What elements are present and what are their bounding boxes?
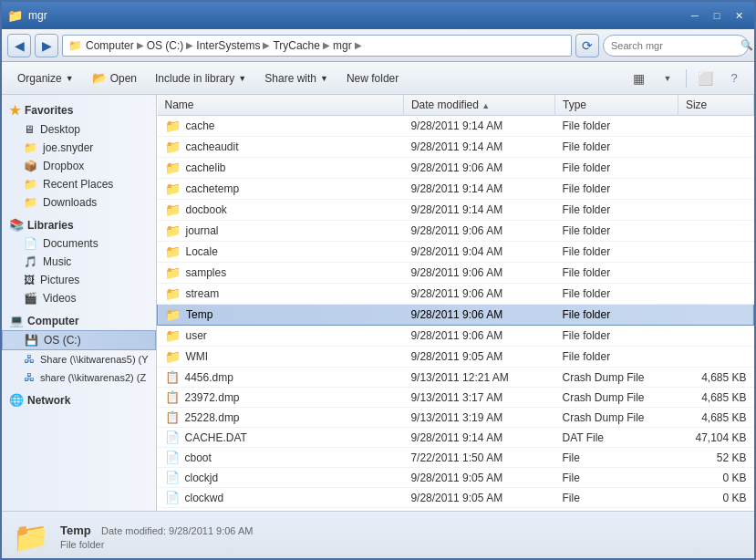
file-size bbox=[678, 347, 753, 368]
file-type: File folder bbox=[554, 347, 678, 368]
search-input[interactable] bbox=[611, 40, 737, 51]
sidebar-item-share-z[interactable]: 🖧 share (\\kitwarenas2) (Z bbox=[2, 368, 156, 387]
sidebar-header-libraries[interactable]: 📚 Libraries bbox=[2, 215, 156, 234]
file-name: user bbox=[186, 329, 207, 342]
organize-button[interactable]: Organize ▼ bbox=[9, 66, 82, 91]
sidebar-item-joesnyder[interactable]: 📁 joe.snyder bbox=[2, 139, 156, 157]
address-path[interactable]: 📁 Computer ▶ OS (C:) ▶ InterSystems ▶ Tr… bbox=[62, 35, 572, 57]
column-header-name[interactable]: Name bbox=[158, 95, 404, 116]
share-with-label: Share with bbox=[264, 72, 316, 85]
file-icon: 📄 bbox=[165, 451, 180, 464]
sidebar-item-share-y[interactable]: 🖧 Share (\\kitwarenas5) (Y bbox=[2, 350, 156, 368]
view-button[interactable]: ▦ bbox=[626, 66, 651, 91]
file-type: File folder bbox=[554, 284, 678, 305]
file-size: 4,685 KB bbox=[678, 388, 753, 408]
file-icon: 📁 bbox=[165, 202, 181, 217]
refresh-button[interactable]: ⟳ bbox=[575, 34, 599, 57]
sidebar-item-videos[interactable]: 🎬 Videos bbox=[2, 289, 156, 307]
window-title: mgr bbox=[28, 9, 47, 22]
open-button[interactable]: 📂 Open bbox=[84, 66, 145, 91]
recent-places-label: Recent Places bbox=[43, 178, 113, 191]
toolbar: Organize ▼ 📂 Open Include in library ▼ S… bbox=[2, 62, 754, 95]
table-row[interactable]: 📋 4456.dmp 9/13/2011 12:21 AM Crash Dump… bbox=[158, 368, 754, 388]
file-name: cacheaudit bbox=[186, 140, 239, 153]
table-row[interactable]: 📁 user 9/28/2011 9:06 AM File folder bbox=[158, 326, 754, 347]
table-row[interactable]: 📋 25228.dmp 9/13/2011 3:19 AM Crash Dump… bbox=[158, 408, 754, 428]
share-with-button[interactable]: Share with ▼ bbox=[256, 66, 337, 91]
address-bar: ◀ ▶ 📁 Computer ▶ OS (C:) ▶ InterSystems … bbox=[2, 29, 754, 62]
table-row[interactable]: 📄 startup.last 9/28/2011 9:06 AM LAST Fi… bbox=[158, 508, 754, 512]
music-icon: 🎵 bbox=[24, 255, 37, 268]
file-type: Crash Dump File bbox=[554, 388, 678, 408]
status-type: File folder bbox=[60, 539, 253, 550]
include-library-chevron: ▼ bbox=[238, 74, 246, 83]
forward-button[interactable]: ▶ bbox=[35, 34, 58, 57]
sidebar-header-network[interactable]: 🌐 Network bbox=[2, 390, 156, 410]
file-date: 9/28/2011 9:06 AM bbox=[403, 284, 554, 305]
pictures-label: Pictures bbox=[40, 274, 79, 286]
table-row[interactable]: 📄 clockwd 9/28/2011 9:05 AM File 0 KB bbox=[158, 488, 754, 508]
file-size bbox=[678, 326, 753, 347]
file-date: 9/28/2011 9:06 AM bbox=[403, 305, 554, 326]
new-folder-button[interactable]: New folder bbox=[338, 66, 407, 91]
file-icon: 📄 bbox=[165, 430, 180, 444]
table-row[interactable]: 📁 cachetemp 9/28/2011 9:14 AM File folde… bbox=[158, 179, 754, 200]
close-button[interactable]: ✕ bbox=[729, 6, 749, 25]
file-name: Locale bbox=[186, 245, 218, 258]
path-folder-icon: 📁 bbox=[68, 39, 82, 52]
file-size bbox=[678, 284, 753, 305]
file-type: File bbox=[554, 488, 678, 508]
sidebar-item-documents[interactable]: 📄 Documents bbox=[2, 234, 156, 253]
table-row[interactable]: 📁 samples 9/28/2011 9:06 AM File folder bbox=[158, 263, 754, 284]
table-row[interactable]: 📋 23972.dmp 9/13/2011 3:17 AM Crash Dump… bbox=[158, 388, 754, 408]
file-name: CACHE.DAT bbox=[185, 431, 247, 444]
back-button[interactable]: ◀ bbox=[7, 34, 31, 57]
path-trycache: TryCache bbox=[273, 39, 320, 52]
file-icon: 📋 bbox=[165, 410, 180, 424]
table-row[interactable]: 📁 WMI 9/28/2011 9:05 AM File folder bbox=[158, 347, 754, 368]
table-row[interactable]: 📄 cboot 7/22/2011 1:50 AM File 52 KB bbox=[158, 448, 754, 468]
file-name: cachelib bbox=[186, 161, 226, 174]
preview-button[interactable]: ⬜ bbox=[692, 66, 718, 91]
table-row[interactable]: 📁 Locale 9/28/2011 9:04 AM File folder bbox=[158, 242, 754, 263]
maximize-button[interactable]: □ bbox=[707, 6, 727, 25]
file-size: 1 KB bbox=[678, 508, 753, 512]
documents-icon: 📄 bbox=[24, 237, 37, 250]
sidebar-item-dropbox[interactable]: 📦 Dropbox bbox=[2, 157, 156, 175]
path-mgr: mgr bbox=[333, 39, 352, 52]
table-row[interactable]: 📁 stream 9/28/2011 9:06 AM File folder bbox=[158, 284, 754, 305]
table-row[interactable]: 📁 journal 9/28/2011 9:06 AM File folder bbox=[158, 221, 754, 242]
table-row[interactable]: 📁 cacheaudit 9/28/2011 9:14 AM File fold… bbox=[158, 137, 754, 158]
sidebar-header-favorites[interactable]: ★ Favorites bbox=[2, 100, 156, 120]
help-button[interactable]: ? bbox=[721, 66, 747, 91]
table-row[interactable]: 📁 cache 9/28/2011 9:14 AM File folder bbox=[158, 116, 754, 137]
file-type: File folder bbox=[554, 137, 678, 158]
column-header-size[interactable]: Size bbox=[678, 95, 753, 116]
search-box[interactable]: 🔍 bbox=[603, 35, 749, 57]
include-library-button[interactable]: Include in library ▼ bbox=[147, 66, 254, 91]
table-row[interactable]: 📄 CACHE.DAT 9/28/2011 9:14 AM DAT File 4… bbox=[158, 428, 754, 448]
network-label: Network bbox=[27, 394, 70, 407]
table-row[interactable]: 📁 cachelib 9/28/2011 9:06 AM File folder bbox=[158, 158, 754, 179]
sidebar-header-computer[interactable]: 💻 Computer bbox=[2, 311, 156, 330]
table-row[interactable]: 📁 Temp 9/28/2011 9:06 AM File folder bbox=[158, 305, 754, 326]
sidebar-item-music[interactable]: 🎵 Music bbox=[2, 253, 156, 271]
table-row[interactable]: 📄 clockjd 9/28/2011 9:05 AM File 0 KB bbox=[158, 468, 754, 488]
view-dropdown-button[interactable]: ▼ bbox=[655, 66, 680, 91]
file-size: 0 KB bbox=[678, 488, 753, 508]
favorites-star-icon: ★ bbox=[9, 103, 21, 118]
table-row[interactable]: 📁 docbook 9/28/2011 9:14 AM File folder bbox=[158, 200, 754, 221]
column-header-date[interactable]: Date modified ▲ bbox=[403, 95, 554, 116]
sidebar-item-downloads[interactable]: 📁 Downloads bbox=[2, 193, 156, 212]
file-name: 23972.dmp bbox=[185, 391, 240, 404]
sidebar-item-pictures[interactable]: 🖼 Pictures bbox=[2, 271, 156, 289]
sidebar-item-desktop[interactable]: 🖥 Desktop bbox=[2, 120, 156, 139]
sidebar-item-recent-places[interactable]: 📁 Recent Places bbox=[2, 175, 156, 193]
dropbox-label: Dropbox bbox=[43, 160, 84, 172]
file-name: clockjd bbox=[185, 472, 219, 484]
file-list: Name Date modified ▲ Type Size 📁 cache 9… bbox=[157, 95, 754, 511]
sidebar-item-osdrive[interactable]: 💾 OS (C:) bbox=[2, 330, 156, 350]
minimize-button[interactable]: ─ bbox=[685, 6, 705, 25]
column-header-type[interactable]: Type bbox=[554, 95, 678, 116]
title-bar: 📁 mgr ─ □ ✕ bbox=[2, 2, 754, 29]
